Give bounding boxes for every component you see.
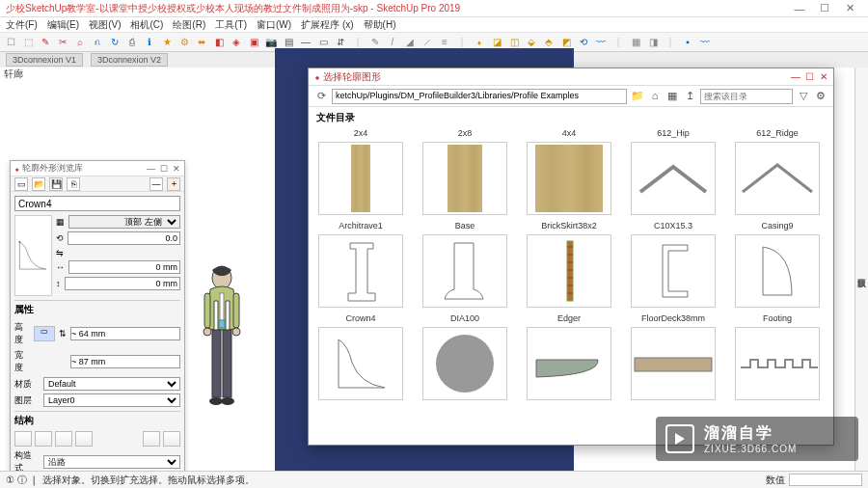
window-max-button[interactable]: ☐ xyxy=(812,2,837,14)
refresh-icon[interactable]: ⟳ xyxy=(314,90,328,103)
mirror-icon[interactable]: ⇋ xyxy=(56,248,64,258)
tab-3dconn-1[interactable]: 3Dconnexion V1 xyxy=(6,53,83,67)
gear-icon[interactable]: ⚙ xyxy=(814,90,827,103)
pd-max-icon[interactable]: ☐ xyxy=(160,164,168,174)
status-icons[interactable]: ① ⓘ ❘ xyxy=(6,474,38,487)
tool-40[interactable]: 〰 xyxy=(698,36,712,49)
tool-23[interactable]: ◢ xyxy=(403,36,417,49)
item-612hip[interactable] xyxy=(631,142,716,215)
tool-14[interactable]: ▣ xyxy=(247,36,260,49)
tool-39[interactable]: ▪ xyxy=(681,36,694,49)
rot-input[interactable] xyxy=(68,231,180,245)
pd-del[interactable]: — xyxy=(149,177,163,191)
item-2x4[interactable] xyxy=(318,142,403,215)
s6[interactable] xyxy=(163,431,180,447)
tool-34[interactable]: 〰 xyxy=(594,36,608,49)
item-crown4[interactable] xyxy=(318,327,403,400)
pd-save[interactable]: 💾 xyxy=(49,177,63,191)
link-icon[interactable]: ⇅ xyxy=(59,329,67,339)
tool-9[interactable]: ★ xyxy=(160,36,174,49)
measure-field[interactable] xyxy=(789,474,862,486)
window-min-button[interactable]: — xyxy=(787,3,812,14)
tool-17[interactable]: — xyxy=(299,36,312,49)
tool-3[interactable]: ✂ xyxy=(56,36,69,49)
s4[interactable] xyxy=(75,431,93,447)
tool-27[interactable]: ⬧ xyxy=(473,36,486,49)
ld-close-icon[interactable]: ✕ xyxy=(820,71,827,82)
offy-input[interactable] xyxy=(65,277,181,290)
ld-max-icon[interactable]: ☐ xyxy=(805,71,814,82)
item-floordeck[interactable] xyxy=(631,327,716,400)
pd-add[interactable]: ＋ xyxy=(167,177,180,191)
ld-min-icon[interactable]: — xyxy=(791,71,800,82)
filter-icon[interactable]: ▽ xyxy=(797,90,810,103)
tool-6[interactable]: ↻ xyxy=(108,36,122,49)
pd-open[interactable]: 📂 xyxy=(32,177,45,191)
tool-11[interactable]: ⬌ xyxy=(195,36,208,49)
menu-window[interactable]: 窗口(W) xyxy=(257,18,291,32)
w-input[interactable] xyxy=(70,355,180,368)
tool-0[interactable]: ☐ xyxy=(4,36,17,49)
menu-help[interactable]: 帮助(H) xyxy=(364,18,396,32)
s3[interactable] xyxy=(55,431,72,447)
item-casing9[interactable] xyxy=(735,234,820,308)
up-icon[interactable]: ↥ xyxy=(683,90,696,103)
h-input[interactable] xyxy=(70,327,180,340)
tool-36[interactable]: ▦ xyxy=(629,36,642,49)
profile-name-input[interactable] xyxy=(14,196,180,211)
tool-28[interactable]: ◪ xyxy=(490,36,503,49)
item-dia100[interactable] xyxy=(422,327,507,400)
library-title[interactable]: ⬥ 选择轮廓图形 — ☐ ✕ xyxy=(309,68,833,86)
tool-37[interactable]: ◨ xyxy=(646,36,660,49)
item-c10x153[interactable] xyxy=(631,234,716,308)
tool-33[interactable]: ⟲ xyxy=(577,36,590,49)
pencil-icon[interactable]: ✎ xyxy=(368,36,382,49)
menu-file[interactable]: 文件(F) xyxy=(6,18,38,32)
tool-18[interactable]: ▭ xyxy=(316,36,330,49)
tool-30[interactable]: ⬙ xyxy=(525,36,538,49)
item-architrave1[interactable] xyxy=(318,234,403,308)
folder-icon[interactable]: 📁 xyxy=(631,90,644,103)
tool-8[interactable]: ℹ xyxy=(143,36,156,49)
material-select[interactable]: Default xyxy=(43,377,180,391)
layer-select[interactable]: Layer0 xyxy=(43,393,180,407)
pd-close-icon[interactable]: ✕ xyxy=(173,164,180,174)
search-input[interactable] xyxy=(700,89,793,104)
item-2x8[interactable] xyxy=(422,142,507,215)
hbtn[interactable]: ▭ xyxy=(34,326,55,341)
tool-32[interactable]: ◩ xyxy=(559,36,573,49)
tool-29[interactable]: ◫ xyxy=(507,36,521,49)
pd-saveas[interactable]: ⎘ xyxy=(67,177,80,191)
s5[interactable] xyxy=(143,431,160,447)
tool-1[interactable]: ⬚ xyxy=(21,36,35,49)
s2[interactable] xyxy=(35,431,52,447)
item-brickskirt[interactable] xyxy=(527,234,611,308)
tool-7[interactable]: ⎙ xyxy=(125,36,139,49)
grid-icon[interactable]: ▦ xyxy=(56,217,65,227)
home-icon[interactable]: ⌂ xyxy=(648,90,662,103)
tool-19[interactable]: ⇵ xyxy=(334,36,347,49)
tool-31[interactable]: ⬘ xyxy=(542,36,556,49)
profile-dialog-title[interactable]: ⬥ 轮廓外形浏览库 — ☐ ✕ xyxy=(11,161,184,176)
tool-2[interactable]: ✎ xyxy=(39,36,52,49)
offx-input[interactable] xyxy=(68,260,180,274)
grid-icon[interactable]: ▦ xyxy=(665,90,679,103)
s1[interactable] xyxy=(14,431,32,447)
menu-edit[interactable]: 编辑(E) xyxy=(47,18,79,32)
tool-24[interactable]: ⟋ xyxy=(420,36,434,49)
path-input[interactable]: ketchUp/Plugins/DM_ProfileBuilder3/Libra… xyxy=(332,89,627,104)
placement-select[interactable]: 顶部 左侧 xyxy=(68,215,180,229)
default-tray-tab[interactable]: 默认面板 xyxy=(854,68,868,473)
pd-min-icon[interactable]: — xyxy=(147,164,155,174)
tool-5[interactable]: ⎌ xyxy=(91,36,104,49)
menu-view[interactable]: 视图(V) xyxy=(89,18,121,32)
tool-4[interactable]: ⌕ xyxy=(73,36,87,49)
camera-icon[interactable]: 📷 xyxy=(264,36,278,49)
item-612ridge[interactable] xyxy=(735,142,820,215)
menu-draw[interactable]: 绘图(R) xyxy=(173,18,205,32)
tool-10[interactable]: ⚙ xyxy=(177,36,191,49)
mode-select[interactable]: 沿路 xyxy=(43,455,180,469)
item-edger[interactable] xyxy=(527,327,611,400)
tool-25[interactable]: ≡ xyxy=(438,36,451,49)
item-4x4[interactable] xyxy=(527,142,611,215)
